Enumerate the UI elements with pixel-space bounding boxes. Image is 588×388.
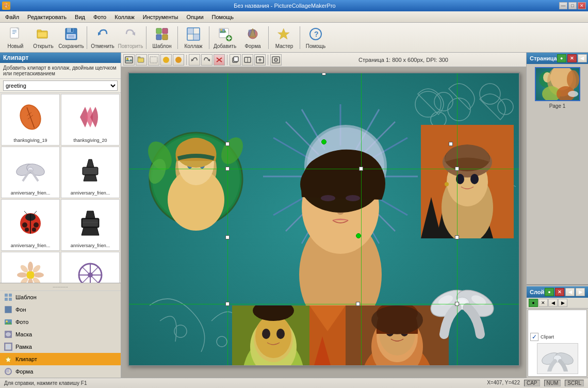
clipart-item[interactable]: thanksgiving_20 <box>61 94 120 146</box>
photo-cell-right[interactable] <box>421 125 514 238</box>
template-button[interactable]: Шаблон <box>149 24 175 51</box>
nav-expand[interactable]: ············ <box>0 283 121 291</box>
sec-btn-image[interactable] <box>123 54 135 66</box>
sep6 <box>300 26 300 49</box>
undo-button[interactable]: Отменить <box>89 24 116 51</box>
clipart-thumb <box>70 254 111 283</box>
clipart-item[interactable]: thanksgiving_19 <box>1 94 60 146</box>
clipart-item[interactable]: item7 <box>1 252 60 283</box>
sec-btn-flip[interactable] <box>242 54 253 66</box>
sec-btn-undo2[interactable] <box>189 54 200 66</box>
menu-view[interactable]: Вид <box>71 11 89 22</box>
canvas-frame[interactable] <box>128 72 520 366</box>
page-nav-btn1[interactable]: ◀ <box>578 54 587 62</box>
maximize-button[interactable]: □ <box>568 2 577 9</box>
new-button[interactable]: Новый <box>2 24 29 51</box>
layer-item[interactable]: ✓ Clipart <box>528 331 586 376</box>
layer-green-btn[interactable]: ● <box>545 288 554 296</box>
menu-collage[interactable]: Коллаж <box>110 11 139 22</box>
clipart-item[interactable]: anniversary_frien... <box>1 199 60 251</box>
handle-br[interactable] <box>455 302 459 306</box>
svg-point-166 <box>321 195 335 201</box>
page-red-btn[interactable]: ✕ <box>567 54 577 62</box>
handle-bm[interactable] <box>356 302 360 306</box>
redo-button[interactable]: Повторить <box>117 24 144 51</box>
clipart-grid-container[interactable]: thanksgiving_19 thanksgiving_20 <box>0 93 121 283</box>
clipart-item-name: anniversary_frien... <box>4 243 57 248</box>
add-button[interactable]: Добавить <box>211 24 238 51</box>
nav-mask[interactable]: Маска <box>0 328 121 341</box>
layer-content[interactable]: ✓ Clipart <box>528 310 587 377</box>
sec-btn-view[interactable] <box>270 54 282 66</box>
layer-checkbox[interactable]: ✓ <box>530 333 538 341</box>
handle-canvas-tl[interactable] <box>225 142 230 146</box>
clipart-item[interactable]: anniversary_frien... <box>61 147 120 198</box>
svg-rect-16 <box>162 28 168 34</box>
photo-cell-bottom-left[interactable] <box>232 305 346 366</box>
handle-tm[interactable] <box>359 167 363 171</box>
layer-btn4[interactable]: ▶ <box>558 299 567 307</box>
page-green-btn[interactable]: ● <box>557 54 566 62</box>
handle-center-green[interactable] <box>356 233 361 238</box>
menu-options[interactable]: Опции <box>182 11 207 22</box>
nav-photo[interactable]: Фото <box>0 316 121 328</box>
page-thumbnail-area[interactable]: Page 1 <box>527 64 588 284</box>
svg-point-65 <box>28 262 33 272</box>
clipart-item[interactable]: anniversary_frien... <box>1 147 60 198</box>
menu-edit[interactable]: Редактировать <box>23 11 71 22</box>
clipart-item[interactable]: anniversary_frien... <box>61 199 120 251</box>
wizard-icon <box>276 26 292 42</box>
shape-button[interactable]: Форма <box>239 24 266 51</box>
nav-bg[interactable]: Фон <box>0 303 121 316</box>
save-button[interactable]: Сохранить <box>58 24 85 51</box>
handle-tl[interactable] <box>225 167 230 171</box>
nav-frame[interactable]: Рамка <box>0 341 121 353</box>
wizard-button[interactable]: Мастер <box>271 24 298 51</box>
nav-template[interactable]: Шаблон <box>0 291 121 303</box>
photo-cell-center[interactable] <box>227 104 454 326</box>
layer-btn2[interactable]: ✕ <box>538 299 548 307</box>
page-thumb-1[interactable] <box>535 67 580 101</box>
menu-help[interactable]: Помощь <box>208 11 238 22</box>
layer-btn3[interactable]: ◀ <box>548 299 558 307</box>
menu-file[interactable]: Файл <box>1 11 23 22</box>
sec-btn-star1[interactable] <box>160 54 172 66</box>
sec-btn-redo2[interactable] <box>201 54 213 66</box>
nav-shape[interactable]: Форма <box>0 365 121 378</box>
clipart-thumb <box>70 96 111 138</box>
help-button[interactable]: ? Помощь <box>302 24 329 51</box>
menu-tools[interactable]: Инструменты <box>139 11 183 22</box>
svg-marker-60 <box>86 211 95 218</box>
minimize-button[interactable]: — <box>559 2 567 9</box>
handle-top-center[interactable] <box>322 72 326 75</box>
close-button[interactable]: ✕ <box>578 2 586 9</box>
sec-btn-copy[interactable] <box>230 54 241 66</box>
handle-top-green[interactable] <box>321 139 326 144</box>
handle-canvas-tr[interactable] <box>449 142 453 146</box>
handle-ml[interactable] <box>225 235 230 239</box>
collage-button[interactable]: Коллаж <box>180 24 207 51</box>
menu-photo[interactable]: Фото <box>89 11 110 22</box>
handle-mr[interactable] <box>455 235 459 239</box>
svg-point-177 <box>456 174 464 184</box>
handle-tr[interactable] <box>455 167 459 171</box>
handle-bl[interactable] <box>225 302 230 306</box>
sec-btn-delete[interactable] <box>214 54 225 66</box>
status-hint: Для справки, нажмите клавишу F1 <box>4 380 87 386</box>
layer-btn1[interactable]: ● <box>529 299 538 307</box>
svg-rect-100 <box>138 57 140 58</box>
sec-btn-star2[interactable] <box>173 54 184 66</box>
canvas-viewport[interactable] <box>121 67 526 378</box>
nav-clipart[interactable]: Клипарт <box>0 353 121 365</box>
sec-btn-zoom[interactable] <box>254 54 266 66</box>
open-button[interactable]: Открыть <box>30 24 57 51</box>
layer-nav-btn1[interactable]: ◀ <box>565 288 575 296</box>
sec-btn-select[interactable] <box>148 54 159 66</box>
status-scrl: SCRL <box>565 380 584 386</box>
clipart-item[interactable]: item8 <box>61 252 120 283</box>
sec-btn-browse[interactable] <box>136 54 147 66</box>
shape-icon <box>244 26 261 42</box>
layer-red-btn[interactable]: ✕ <box>555 288 564 296</box>
clipart-category-select[interactable]: greeting anniversary thanksgiving <box>3 80 118 91</box>
layer-nav-btn2[interactable]: ▶ <box>576 288 585 296</box>
